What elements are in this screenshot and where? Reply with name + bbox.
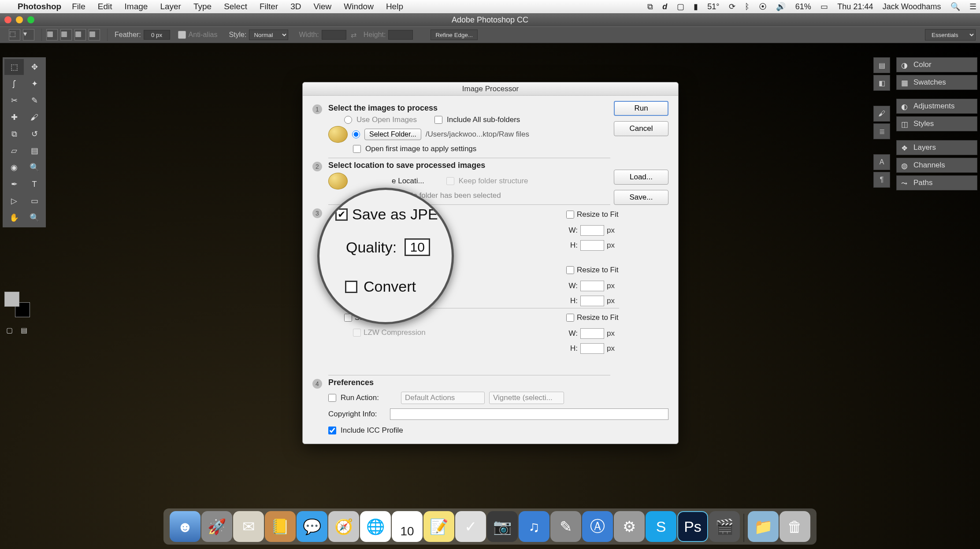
copyright-input[interactable] (390, 408, 668, 420)
feather-input[interactable] (144, 30, 170, 40)
swatches-panel-tab[interactable]: ▦Swatches (897, 75, 977, 89)
dock-finder-icon[interactable]: ☻ (170, 511, 200, 542)
dock-chrome-icon[interactable]: 🌐 (360, 511, 391, 542)
close-window-button[interactable] (4, 16, 11, 23)
chevron-down-icon[interactable]: ▾ (23, 29, 34, 41)
styles-panel-tab[interactable]: ◫Styles (897, 117, 977, 131)
minimize-window-button[interactable] (16, 16, 23, 23)
blur-tool[interactable]: ◉ (4, 160, 24, 175)
move-tool[interactable]: ✥ (25, 59, 44, 75)
quickmask-icon[interactable]: ▢ (6, 326, 13, 334)
bluetooth-icon[interactable]: ᛒ (745, 2, 750, 11)
menu-image[interactable]: Image (125, 2, 148, 11)
battery-percent[interactable]: 61% (795, 2, 811, 11)
menu-filter[interactable]: Filter (260, 2, 278, 11)
style-select[interactable]: Normal (249, 30, 288, 40)
workspace-select[interactable]: Essentials (925, 29, 976, 41)
brush-tool[interactable]: 🖌 (25, 109, 44, 125)
selection-intersect-icon[interactable]: ▦ (89, 29, 100, 41)
run-button[interactable]: Run (614, 101, 668, 116)
dock-appstore-icon[interactable]: Ⓐ (582, 511, 613, 542)
select-folder-button[interactable]: Select Folder... (364, 129, 421, 140)
run-action-checkbox[interactable] (328, 394, 336, 402)
channels-panel-tab[interactable]: ◍Channels (897, 158, 977, 172)
dock-notes-icon[interactable]: 📝 (423, 511, 454, 542)
jpeg-h-input[interactable] (580, 240, 604, 251)
wifi-icon[interactable]: ⦿ (759, 2, 767, 11)
shape-tool[interactable]: ▭ (25, 193, 44, 209)
action-set-select[interactable]: Default Actions (401, 392, 485, 404)
jpeg-resize-checkbox[interactable] (566, 211, 574, 219)
eyedropper-tool[interactable]: ✎ (25, 93, 44, 108)
tiff-resize-checkbox[interactable] (566, 314, 574, 322)
dock-calendar-icon[interactable]: 10 (392, 511, 423, 542)
app-menu[interactable]: Photoshop (18, 2, 61, 11)
menu-edit[interactable]: Edit (98, 2, 112, 11)
dock-trash-icon[interactable]: 🗑 (780, 511, 810, 542)
menu-3d[interactable]: 3D (290, 2, 301, 11)
icc-checkbox[interactable] (328, 427, 336, 434)
type-tool[interactable]: T (25, 176, 44, 192)
dock-launchpad-icon[interactable]: 🚀 (201, 511, 232, 542)
path-select-tool[interactable]: ▷ (4, 193, 24, 209)
cancel-button[interactable]: Cancel (614, 121, 668, 136)
volume-icon[interactable]: 🔊 (776, 2, 786, 11)
selection-new-icon[interactable]: ▦ (46, 29, 58, 41)
pen-tool[interactable]: ✒ (4, 176, 24, 192)
clock[interactable]: Thu 21:44 (837, 2, 873, 11)
dock-imovie-icon[interactable]: 🎬 (709, 511, 740, 542)
spotlight-icon[interactable]: 🔍 (950, 2, 960, 11)
notification-center-icon[interactable]: ☰ (969, 2, 976, 11)
open-first-image-checkbox[interactable] (353, 145, 361, 153)
use-open-images-radio[interactable] (344, 116, 352, 124)
dock-skype-icon[interactable]: S (646, 511, 676, 542)
gradient-tool[interactable]: ▤ (25, 143, 44, 159)
psd-resize-checkbox[interactable] (566, 266, 574, 274)
menu-view[interactable]: View (313, 2, 331, 11)
brushpresets-panel-icon[interactable]: ≣ (873, 123, 890, 139)
refine-edge-button[interactable]: Refine Edge... (431, 30, 477, 40)
dock-messages-icon[interactable]: 💬 (297, 511, 327, 542)
paragraph-panel-icon[interactable]: ¶ (873, 172, 890, 188)
adjustments-panel-tab[interactable]: ◐Adjustments (897, 99, 977, 113)
stamp-tool[interactable]: ⧉ (4, 126, 24, 142)
tiff-w-input[interactable] (580, 328, 604, 339)
dock-itunes-icon[interactable]: ♫ (519, 511, 549, 542)
jpeg-w-input[interactable] (580, 225, 604, 236)
dropbox-icon[interactable]: d (662, 2, 667, 11)
dock-photobooth-icon[interactable]: 📷 (487, 511, 518, 542)
layers-panel-tab[interactable]: ❖Layers (897, 141, 977, 155)
menu-type[interactable]: Type (193, 2, 212, 11)
sync-icon[interactable]: ⟳ (729, 2, 735, 11)
color-panel-tab[interactable]: ◑Color (897, 58, 977, 72)
psd-h-input[interactable] (580, 296, 604, 306)
screencast-icon[interactable]: ⧉ (647, 2, 653, 11)
selection-add-icon[interactable]: ▦ (60, 29, 72, 41)
dock-downloads-icon[interactable]: 📁 (748, 511, 779, 542)
battery-icon[interactable]: ▮ (694, 2, 698, 11)
selection-subtract-icon[interactable]: ▦ (74, 29, 86, 41)
zoom-tool[interactable]: 🔍 (25, 210, 44, 226)
psd-w-input[interactable] (580, 281, 604, 291)
brush-panel-icon[interactable]: 🖌 (873, 106, 890, 122)
magic-wand-tool[interactable]: ✦ (25, 76, 44, 92)
marquee-tool[interactable]: ⬚ (4, 59, 24, 75)
dock-photoshop-icon[interactable]: Ps (677, 511, 708, 542)
width-input[interactable] (322, 30, 346, 40)
history-brush-tool[interactable]: ↺ (25, 126, 44, 142)
history-panel-icon[interactable]: ▤ (873, 57, 890, 73)
dock-mail-icon[interactable]: ✉ (233, 511, 264, 542)
hand-tool[interactable]: ✋ (4, 210, 24, 226)
include-subfolders-checkbox[interactable] (434, 116, 442, 124)
healing-tool[interactable]: ✚ (4, 109, 24, 125)
user-name[interactable]: Jack Woodhams (883, 2, 941, 11)
zoom-window-button[interactable] (27, 16, 34, 23)
save-button[interactable]: Save... (614, 190, 668, 205)
menu-window[interactable]: Window (344, 2, 374, 11)
dock-safari-icon[interactable]: 🧭 (328, 511, 359, 542)
dodge-tool[interactable]: 🔍 (25, 160, 44, 175)
paths-panel-tab[interactable]: ⤳Paths (897, 176, 977, 190)
height-input[interactable] (388, 30, 413, 40)
workspace-switcher[interactable]: Essentials (925, 29, 976, 41)
lzw-checkbox[interactable] (353, 329, 361, 337)
